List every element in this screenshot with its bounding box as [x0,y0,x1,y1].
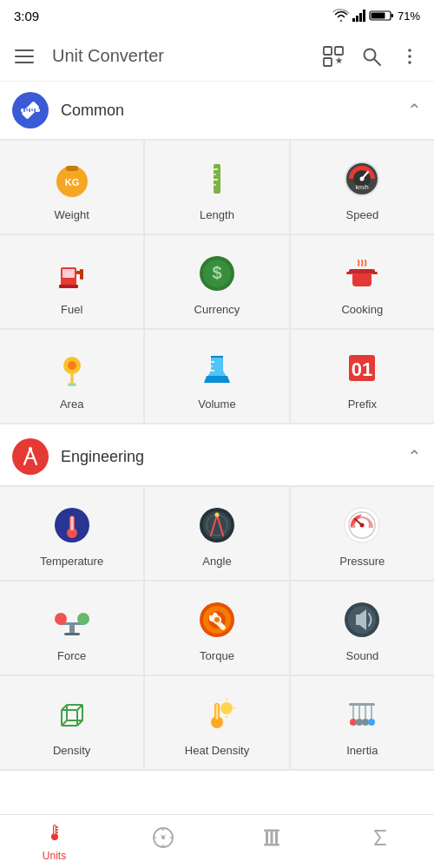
cooking-icon [339,251,385,296]
explore-nav-icon [152,826,174,854]
svg-point-74 [360,523,365,528]
svg-rect-26 [214,164,220,194]
grid-item-fuel[interactable]: Fuel [0,235,143,328]
svg-text:KG: KG [64,177,79,187]
search-icon [361,46,382,67]
section-title-engineering: Engineering [61,448,407,466]
svg-rect-3 [363,10,365,22]
menu-button[interactable] [7,39,42,74]
units-nav-icon [43,821,66,847]
svg-point-110 [368,719,375,726]
grid-item-angle[interactable]: Angle [145,487,288,580]
grid-item-inertia[interactable]: Inertia [291,676,434,769]
svg-point-108 [356,719,363,726]
grid-item-currency[interactable]: $ Currency [145,235,288,328]
volume-label: Volume [198,398,235,411]
svg-point-85 [214,617,220,622]
prefix-label: Prefix [348,398,377,411]
grid-item-cooking[interactable]: Cooking [291,235,434,328]
grid-item-weight[interactable]: KG Weight [0,141,143,233]
grid-item-temperature[interactable]: Temperature [0,487,143,580]
grid-item-pressure[interactable]: Pressure [291,487,434,580]
hamburger-icon [15,49,34,63]
svg-point-14 [408,55,411,58]
nav-item-reference[interactable] [217,815,326,868]
search-button[interactable] [354,39,389,74]
svg-rect-47 [346,272,352,274]
svg-rect-41 [59,285,78,288]
nav-item-explore[interactable] [108,815,217,868]
svg-point-112 [51,833,58,840]
force-icon [49,597,95,642]
torque-label: Torque [200,649,234,662]
svg-point-13 [408,49,411,52]
compass-icon [19,445,42,468]
svg-rect-123 [264,844,279,846]
more-button[interactable] [392,39,427,74]
svg-rect-126 [270,832,273,844]
app-title: Unit Converter [42,46,316,66]
svg-point-109 [362,719,369,726]
section-icon-engineering [12,438,49,475]
prefix-icon: 01 [339,345,385,391]
svg-point-50 [68,361,76,370]
ruler-icon [19,99,42,122]
weight-icon: KG [49,156,95,201]
nav-item-math[interactable] [326,815,434,868]
grid-item-heat-density[interactable]: Heat Density [145,676,288,769]
section-header-common[interactable]: Common ⌃ [0,82,434,139]
grid-item-prefix[interactable]: 01 Prefix [291,330,434,423]
grid-item-torque[interactable]: Torque [145,582,288,674]
currency-icon: $ [194,251,240,296]
svg-line-12 [374,59,380,65]
chevron-common: ⌃ [407,100,422,121]
wifi-icon [333,10,349,22]
area-icon [49,345,95,391]
signal-icon [352,10,366,22]
speed-icon: km/h [339,156,385,201]
pressure-icon [339,503,385,548]
grid-item-density[interactable]: Density [0,676,143,769]
inertia-icon [339,692,385,737]
density-label: Density [53,744,90,757]
grid-item-length[interactable]: Length [145,141,288,233]
svg-rect-7 [324,47,332,55]
svg-rect-6 [371,13,385,19]
svg-text:$: $ [212,263,221,282]
status-icons: 71% [333,10,420,23]
inertia-label: Inertia [346,744,378,757]
more-icon [399,46,420,67]
force-label: Force [57,649,86,662]
svg-line-58 [30,449,36,464]
grid-item-area[interactable]: Area [0,330,143,423]
svg-rect-96 [215,704,218,720]
svg-rect-2 [359,13,362,22]
nav-item-units[interactable]: Units [0,815,108,868]
grid-star-button[interactable] [316,39,351,74]
svg-text:km/h: km/h [356,184,369,190]
engineering-grid: Temperature Angle [0,485,434,771]
svg-point-60 [29,447,32,450]
section-title-common: Common [61,102,407,120]
angle-icon [194,503,240,548]
grid-item-volume[interactable]: Volume [145,330,288,423]
grid-item-sound[interactable]: Sound [291,582,434,674]
common-grid: KG Weight Length [0,139,434,424]
cooking-label: Cooking [341,303,383,316]
math-nav-icon [369,826,391,854]
svg-rect-113 [54,825,56,834]
grid-item-speed[interactable]: km/h Speed [291,141,434,233]
grid-star-icon [322,45,345,68]
section-icon-common [12,92,49,128]
svg-rect-46 [349,269,375,273]
svg-rect-1 [356,16,358,22]
section-header-engineering[interactable]: Engineering ⌃ [0,428,434,485]
svg-rect-0 [352,18,355,22]
density-icon [49,692,95,737]
svg-rect-102 [349,703,375,706]
grid-item-force[interactable]: Force [0,582,143,674]
svg-rect-24 [66,166,78,171]
sound-label: Sound [346,649,379,662]
area-label: Area [60,398,83,411]
status-bar: 3:09 71% [0,0,434,31]
